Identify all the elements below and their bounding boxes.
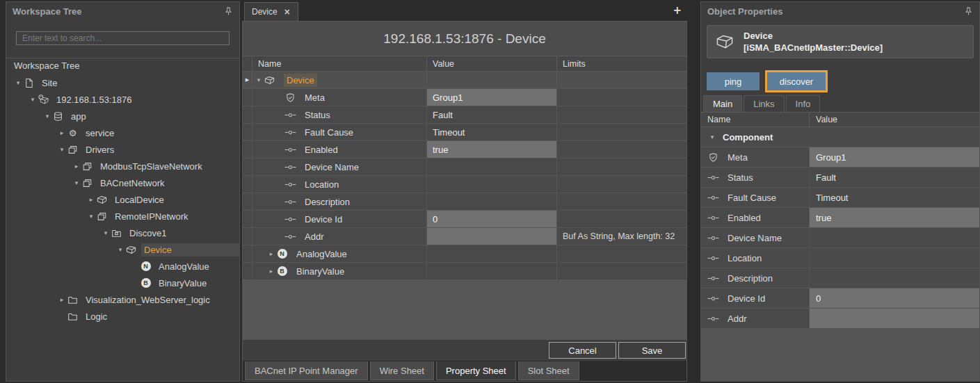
grid-row-fault-cause[interactable]: Fault CauseTimeout	[243, 124, 686, 141]
pin-icon[interactable]	[963, 6, 973, 16]
tree-item-remoteipnetwork[interactable]: ▾RemoteIPNetwork	[6, 208, 239, 225]
tree-item-drivers[interactable]: ▾Drivers	[6, 141, 239, 158]
chevron-down-icon[interactable]: ▾	[254, 76, 264, 83]
chevron-down-icon[interactable]: ▾	[707, 133, 717, 140]
tree-item-analogvalue[interactable]: NAnalogValue	[6, 258, 239, 275]
chevron-down-icon[interactable]: ▾	[13, 79, 23, 86]
grid-row-status[interactable]: StatusFault	[243, 106, 686, 124]
column-header-name[interactable]: Name	[252, 56, 427, 71]
add-tab-icon[interactable]: +	[673, 4, 682, 17]
slot-icon	[284, 144, 296, 155]
tab-device[interactable]: Device ×	[244, 2, 298, 21]
chevron-down-icon[interactable]: ▾	[42, 113, 52, 120]
close-icon[interactable]: ×	[284, 7, 291, 17]
tree-item-app[interactable]: ▾app	[6, 108, 239, 124]
save-button[interactable]: Save	[618, 342, 686, 359]
tab-info[interactable]: Info	[786, 95, 821, 112]
grid-row-location[interactable]: Location	[243, 176, 686, 193]
property-row-status[interactable]: StatusFault	[701, 168, 979, 188]
tree-item-device[interactable]: ▾Device	[6, 241, 239, 258]
discover-button[interactable]: discover	[765, 70, 828, 92]
grid-row-addr[interactable]: AddrBuf As String, Max length: 32	[243, 228, 686, 245]
property-row-device-id[interactable]: Device Id0	[701, 288, 979, 309]
property-row-fault-cause[interactable]: Fault CauseTimeout	[701, 188, 979, 208]
tree-item-localdevice[interactable]: ▸LocalDevice	[6, 191, 239, 208]
tree-item-modbustcpslavenetwork[interactable]: ▸ModbusTcpSlaveNetwork	[6, 158, 239, 174]
grid-row-meta[interactable]: MetaGroup1	[243, 89, 686, 106]
shield-check-icon	[707, 152, 719, 163]
property-value-cell[interactable]: 0	[810, 288, 979, 308]
grid-row-device[interactable]: ▶▾Device	[243, 72, 686, 89]
property-group-component[interactable]: ▾Component	[701, 127, 979, 147]
property-name-label: Device Name	[728, 233, 782, 243]
chevron-down-icon[interactable]: ▾	[115, 246, 125, 253]
grid-row-enabled[interactable]: Enabledtrue	[243, 141, 686, 158]
tree-item-bacnetnetwork[interactable]: ▾BACnetNetwork	[6, 174, 239, 191]
row-value-cell[interactable]: Group1	[427, 89, 557, 106]
property-row-device-name[interactable]: Device Name	[701, 228, 979, 248]
grid-row-device-name[interactable]: Device Name	[243, 158, 686, 176]
tree-item-label: Site	[39, 76, 60, 90]
slot-icon	[284, 179, 296, 190]
chevron-down-icon[interactable]: ▾	[101, 229, 111, 236]
property-row-description[interactable]: Description	[701, 268, 979, 288]
column-header-value[interactable]: Value	[427, 56, 557, 71]
property-row-location[interactable]: Location	[701, 248, 979, 268]
row-value-cell[interactable]	[427, 228, 557, 245]
chevron-down-icon[interactable]: ▾	[57, 146, 67, 153]
ping-button[interactable]: ping	[707, 72, 760, 90]
tree-item-service[interactable]: ▸⚙service	[6, 124, 239, 141]
property-value-cell[interactable]: true	[810, 208, 979, 227]
cancel-button[interactable]: Cancel	[549, 342, 616, 359]
tab-main[interactable]: Main	[703, 95, 742, 112]
view-tab-property-sheet[interactable]: Property Sheet	[436, 361, 516, 380]
chevron-down-icon[interactable]: ▾	[72, 179, 81, 186]
chevron-right-icon[interactable]: ▸	[266, 268, 276, 275]
grid-row-device-id[interactable]: Device Id0	[243, 211, 686, 228]
tree-item-discove1[interactable]: ▾Discove1	[6, 225, 239, 241]
slot-icon	[284, 213, 296, 225]
property-name-label: Device Id	[728, 293, 765, 304]
row-limits-cell	[557, 245, 686, 262]
property-name-label: Addr	[728, 313, 746, 324]
tree-item-192-168-1-53-1876[interactable]: ▾192.168.1.53:1876	[6, 91, 239, 108]
chevron-down-icon[interactable]: ▾	[28, 96, 38, 103]
property-row-addr[interactable]: Addr	[701, 309, 979, 329]
row-indicator: ▶	[243, 72, 252, 88]
chevron-down-icon[interactable]: ▾	[86, 213, 96, 220]
pin-icon[interactable]	[223, 6, 233, 16]
grid-row-description[interactable]: Description	[243, 193, 686, 211]
page-title: 192.168.1.53:1876 - Device	[243, 22, 686, 56]
slot-icon	[707, 293, 719, 304]
row-value-cell[interactable]: 0	[427, 211, 557, 227]
property-value-cell[interactable]: Group1	[810, 147, 979, 167]
chevron-right-icon[interactable]: ▸	[86, 196, 96, 203]
tree-item-logic[interactable]: Logic	[6, 308, 239, 325]
tree-item-site[interactable]: ▾Site	[6, 74, 239, 91]
column-header-value[interactable]: Value	[810, 113, 979, 127]
row-name-cell: Description	[252, 193, 427, 210]
column-header-name[interactable]: Name	[701, 113, 810, 127]
view-tab-slot-sheet[interactable]: Slot Sheet	[518, 361, 579, 380]
property-row-enabled[interactable]: Enabledtrue	[701, 208, 979, 228]
column-header-limits[interactable]: Limits	[557, 56, 686, 71]
tree-item-binaryvalue[interactable]: BBinaryValue	[6, 275, 239, 291]
property-row-meta[interactable]: MetaGroup1	[701, 147, 979, 168]
view-tab-wire-sheet[interactable]: Wire Sheet	[370, 361, 434, 380]
grid-row-binaryvalue[interactable]: ▸BBinaryValue	[243, 263, 686, 280]
row-value-cell[interactable]: true	[427, 141, 557, 158]
grid-row-analogvalue[interactable]: ▸NAnalogValue	[243, 245, 686, 263]
tree-item-visualization-webserver-logic[interactable]: ▸Visualization_WebServer_logic	[6, 291, 239, 308]
chevron-right-icon[interactable]: ▸	[266, 250, 276, 257]
search-input[interactable]	[16, 31, 230, 45]
view-tab-bacnet-ip-point-manager[interactable]: BACnet IP Point Manager	[245, 361, 368, 380]
chevron-right-icon[interactable]: ▸	[57, 129, 67, 136]
property-value-cell[interactable]	[810, 309, 979, 328]
tab-links[interactable]: Links	[744, 95, 784, 112]
tree-item-label: BACnetNetwork	[97, 177, 167, 190]
chevron-right-icon[interactable]: ▸	[57, 296, 67, 303]
row-indicator	[243, 89, 252, 106]
chevron-right-icon[interactable]: ▸	[72, 163, 81, 170]
property-name-label: Enabled	[728, 213, 761, 223]
property-value-cell	[810, 248, 979, 268]
